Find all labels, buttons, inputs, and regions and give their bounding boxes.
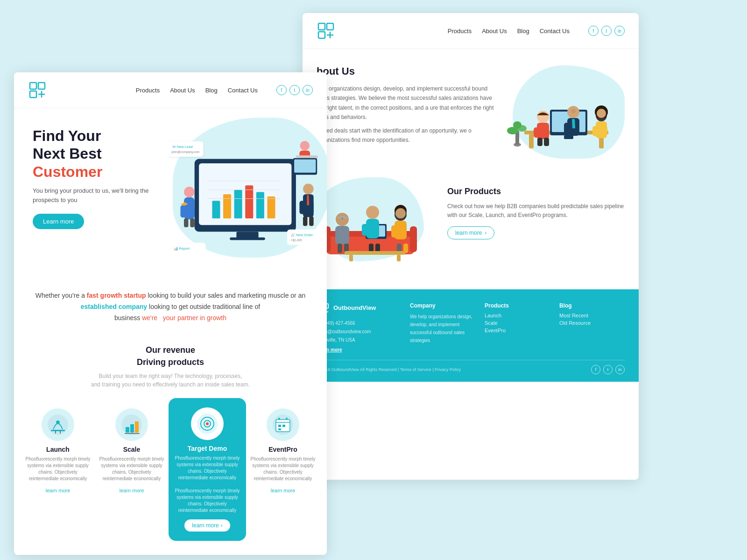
nav-about-right[interactable]: About Us [482, 28, 507, 35]
nav-right: Products About Us Blog Contact Us f t in [303, 13, 639, 49]
hero-subtitle: You bring your product to us, we'll brin… [33, 186, 163, 204]
logo-left [28, 81, 47, 99]
svg-rect-22 [184, 218, 188, 227]
svg-rect-122 [349, 255, 353, 261]
twitter-icon-right[interactable]: t [601, 26, 612, 36]
svg-rect-45 [51, 430, 65, 431]
svg-point-18 [184, 187, 195, 197]
nav-left: Products About Us Blog Contact Us f t in [14, 72, 327, 108]
svg-rect-64 [327, 23, 333, 30]
svg-rect-21 [189, 205, 194, 217]
footer-facebook-icon[interactable]: f [591, 365, 600, 374]
svg-rect-81 [534, 127, 540, 138]
svg-rect-62 [278, 428, 281, 430]
scale-learn-button[interactable]: learn more [120, 488, 144, 493]
hero-illustration: 📧 New Lead john@company.com 🛒 New Order … [154, 113, 327, 272]
launch-learn-button[interactable]: learn more [46, 488, 70, 493]
revenue-title: Our revenue Driving products [33, 344, 308, 368]
svg-point-114 [395, 208, 406, 218]
svg-rect-29 [309, 216, 313, 226]
footer-twitter-icon[interactable]: t [603, 365, 613, 374]
svg-point-59 [286, 418, 288, 420]
svg-rect-12 [268, 196, 275, 218]
nav-contact-right[interactable]: Contact Us [540, 28, 570, 35]
product-eventpro: EventPro Phosfluorescently morph timely … [246, 403, 320, 500]
twitter-icon-left[interactable]: t [289, 85, 300, 95]
facebook-icon-left[interactable]: f [276, 85, 287, 95]
footer-blog-col: Blog Most Recent Old Resource [559, 302, 625, 352]
our-products-title: Our Products [447, 187, 625, 196]
left-page: Products About Us Blog Contact Us f t in… [14, 72, 327, 555]
footer-link-launch[interactable]: Launch [485, 313, 550, 318]
footer-link-most-recent[interactable]: Most Recent [559, 313, 625, 318]
svg-point-43 [48, 414, 68, 435]
nav-blog-left[interactable]: Blog [205, 87, 218, 94]
facebook-icon-right[interactable]: f [588, 26, 599, 36]
product-launch: Launch Phosfluorescently morph timely sy… [21, 403, 95, 500]
svg-rect-47 [126, 427, 129, 433]
svg-point-79 [537, 111, 549, 123]
mid-section: Whether you're a fast growth startup loo… [14, 276, 327, 337]
footer-learn-link[interactable]: Learn more [317, 347, 401, 352]
footer: OutboundView +1 (949) 427-4566 sales@out… [303, 289, 639, 382]
footer-link-scale[interactable]: Scale [485, 320, 550, 326]
svg-point-24 [303, 184, 314, 195]
svg-rect-123 [397, 255, 401, 261]
linkedin-icon-left[interactable]: in [303, 85, 313, 95]
svg-rect-108 [362, 224, 369, 236]
eventpro-icon-circle [267, 408, 299, 441]
eventpro-name: EventPro [250, 446, 316, 453]
svg-rect-9 [234, 190, 242, 218]
footer-link-old-resource[interactable]: Old Resource [559, 320, 625, 326]
svg-rect-99 [410, 226, 417, 252]
hero-text: Find Your Next Best Customer You bring y… [33, 127, 163, 229]
products-learn-more-button[interactable]: learn more › [447, 226, 494, 239]
scale-name: Scale [99, 446, 165, 453]
team-image [503, 65, 615, 159]
svg-point-54 [206, 422, 209, 425]
nav-products-left[interactable]: Products [136, 87, 160, 94]
hero-image: 📧 New Lead john@company.com 🛒 New Order … [168, 113, 327, 262]
target-learn-button[interactable]: learn more › [184, 519, 230, 532]
svg-rect-49 [135, 421, 139, 433]
svg-rect-87 [564, 123, 571, 134]
svg-rect-20 [180, 205, 185, 217]
partner-text: we're your partner in growth [142, 314, 226, 322]
footer-blog-col-title: Blog [559, 302, 625, 309]
hero-cta-button[interactable]: Learn more [33, 214, 84, 229]
footer-bottom: © 2019 OutboundView All Rights Reserved … [317, 360, 625, 374]
product-target-demo: Target Demo Phosfluorescently morph time… [169, 398, 246, 541]
logo-right [317, 21, 335, 40]
svg-rect-27 [308, 201, 313, 214]
footer-products-col-title: Products [485, 302, 550, 309]
eventpro-learn-button[interactable]: learn more [271, 488, 296, 493]
linkedin-icon-right[interactable]: in [614, 26, 625, 36]
svg-rect-93 [592, 126, 599, 136]
nav-contact-left[interactable]: Contact Us [228, 87, 258, 94]
svg-rect-112 [391, 225, 398, 238]
nav-links-left: Products About Us Blog Contact Us f t in [136, 85, 313, 95]
footer-company-col: Company We help organizations design, de… [410, 302, 475, 352]
svg-text:📊 Report: 📊 Report [174, 246, 190, 251]
footer-social-icons: f t in [591, 365, 625, 374]
nav-blog-right[interactable]: Blog [517, 28, 529, 35]
about-section: bout Us help organizations design, devel… [303, 49, 639, 168]
fast-growth-text: fast growth startup [87, 292, 146, 299]
svg-text:+$2,400: +$2,400 [291, 238, 302, 242]
target-name: Target Demo [174, 445, 240, 452]
svg-point-72 [513, 121, 521, 129]
footer-products-col: Products Launch Scale EventPro [485, 302, 550, 352]
mid-text: Whether you're a fast growth startup loo… [33, 290, 308, 323]
footer-linkedin-icon[interactable]: in [615, 365, 625, 374]
nav-products-right[interactable]: Products [448, 28, 472, 35]
svg-text:john@company.com: john@company.com [171, 150, 200, 154]
footer-link-eventpro[interactable]: EventPro [485, 328, 550, 333]
svg-rect-121 [345, 251, 405, 255]
svg-rect-82 [542, 127, 549, 138]
svg-rect-28 [303, 216, 307, 226]
svg-rect-65 [318, 32, 325, 38]
footer-company-name: OutboundView [333, 304, 376, 311]
svg-rect-32 [296, 155, 318, 158]
svg-rect-78 [564, 135, 573, 139]
nav-about-left[interactable]: About Us [170, 87, 195, 94]
